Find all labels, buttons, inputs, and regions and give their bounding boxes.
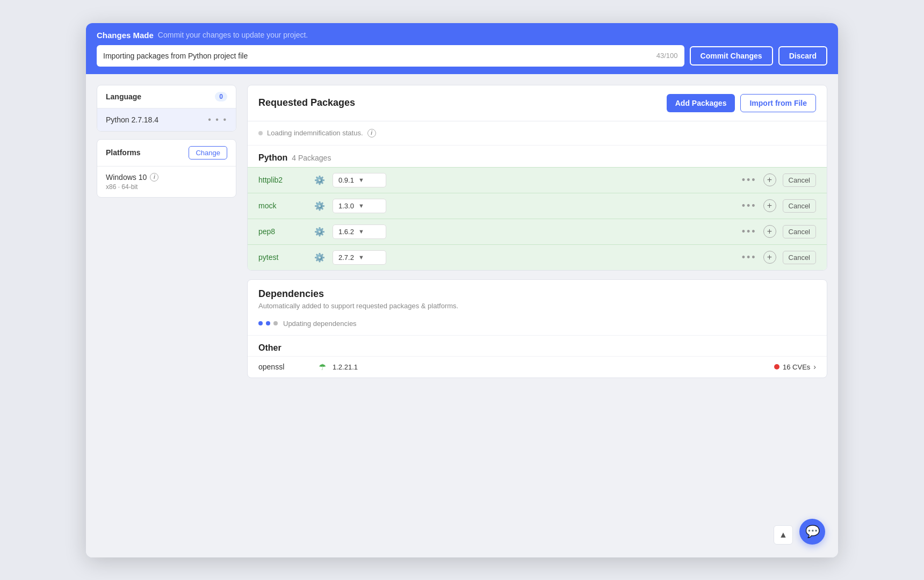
python-language-item[interactable]: Python 2.7.18.4 • • • [97,108,236,131]
loading-dot-2 [266,321,270,325]
package-add-btn-mock[interactable]: + [763,199,776,212]
version-dropdown-arrow-pep8: ▼ [358,228,364,235]
language-card-header: Language 0 [97,85,236,108]
package-cancel-btn-httplib2[interactable]: Cancel [783,173,816,187]
version-select-pytest[interactable]: 2.7.2 ▼ [333,250,386,265]
dep-pkg-icon-openssl: ☂ [319,362,326,372]
packages-list: httplib2 ⚙️ 0.9.1 ▼ ••• + Cancel mock ⚙ [248,167,827,270]
language-card: Language 0 Python 2.7.18.4 • • • [97,85,236,132]
version-dropdown-arrow-pytest: ▼ [358,254,364,260]
python-section-header: Python 4 Packages [248,146,827,167]
language-section-title: Language [106,92,141,101]
package-compat-icon-pytest: ⚙️ [313,252,326,263]
platforms-card: Platforms Change Windows 10 i x86 · 64-b… [97,139,236,198]
package-row: httplib2 ⚙️ 0.9.1 ▼ ••• + Cancel [248,167,827,193]
package-name-pytest: pytest [258,253,307,262]
version-value-httplib2: 0.9.1 [338,176,354,184]
package-name-httplib2: httplib2 [258,176,307,184]
packages-card-header: Requested Packages Add Packages Import f… [248,85,827,121]
package-row: pytest ⚙️ 2.7.2 ▼ ••• + Cancel [248,244,827,270]
import-from-file-button[interactable]: Import from File [740,94,816,112]
version-dropdown-arrow-httplib2: ▼ [358,177,364,183]
commit-input-wrapper: 43/100 [97,45,684,67]
packages-title: Requested Packages [258,97,355,108]
loading-dot-1 [258,321,263,325]
status-indicator-dot [258,131,263,135]
package-dots-pytest: ••• [742,252,757,263]
language-item-dots: • • • [208,115,227,125]
loading-dot-3 [273,321,278,325]
other-section: Other [248,335,827,356]
version-select-httplib2[interactable]: 0.9.1 ▼ [333,173,386,187]
chat-button[interactable]: 💬 [799,519,825,545]
dependencies-header: Dependencies Automatically added to supp… [248,280,827,312]
platform-name-text: Windows 10 [106,173,147,182]
version-value-pep8: 1.6.2 [338,228,354,236]
package-cancel-btn-pep8[interactable]: Cancel [783,225,816,238]
changes-banner: Changes Made Commit your changes to upda… [86,23,838,74]
indemnification-status-row: Loading indemnification status. i [248,121,827,146]
dep-pkg-name-openssl: openssl [258,363,312,371]
platforms-title: Platforms [106,148,141,157]
platform-sub-text: x86 · 64-bit [106,183,227,191]
language-badge: 0 [215,92,227,102]
change-platform-button[interactable]: Change [189,146,227,160]
dependencies-title: Dependencies [258,288,816,300]
package-compat-icon-mock: ⚙️ [313,201,326,211]
sidebar: Language 0 Python 2.7.18.4 • • • Platfor… [97,85,236,547]
package-dots-mock: ••• [742,200,757,212]
commit-changes-button[interactable]: Commit Changes [690,46,773,66]
platform-row: Windows 10 i x86 · 64-bit [97,166,236,197]
packages-header-buttons: Add Packages Import from File [667,94,816,112]
dependencies-loading-row: Updating dependencies [248,312,827,335]
add-packages-button[interactable]: Add Packages [667,94,735,112]
cve-count-text: 16 CVEs [783,363,810,371]
package-cancel-btn-pytest[interactable]: Cancel [783,251,816,264]
package-compat-icon-httplib2: ⚙️ [313,175,326,185]
dep-package-row-openssl: openssl ☂ 1.2.21.1 16 CVEs › [248,356,827,378]
language-item-name: Python 2.7.18.4 [106,115,158,124]
package-row: pep8 ⚙️ 1.6.2 ▼ ••• + Cancel [248,219,827,244]
package-row: mock ⚙️ 1.3.0 ▼ ••• + Cancel [248,193,827,219]
version-dropdown-arrow-mock: ▼ [358,202,364,209]
content-area: Requested Packages Add Packages Import f… [247,85,827,547]
main-layout: Language 0 Python 2.7.18.4 • • • Platfor… [86,74,838,557]
requested-packages-card: Requested Packages Add Packages Import f… [247,85,827,271]
dep-pkg-version-openssl: 1.2.21.1 [333,363,358,371]
cve-chevron-icon: › [813,363,816,371]
package-compat-icon-pep8: ⚙️ [313,227,326,237]
package-name-pep8: pep8 [258,227,307,236]
discard-button[interactable]: Discard [778,46,827,66]
package-add-btn-pep8[interactable]: + [763,225,776,238]
other-title: Other [258,343,816,353]
platforms-card-header: Platforms Change [97,140,236,166]
version-value-pytest: 2.7.2 [338,253,354,262]
package-dots-pep8: ••• [742,226,757,237]
status-info-icon[interactable]: i [367,129,376,137]
package-name-mock: mock [258,201,307,210]
version-value-mock: 1.3.0 [338,202,354,210]
package-cancel-btn-mock[interactable]: Cancel [783,199,816,213]
banner-subtitle: Commit your changes to update your proje… [158,31,308,39]
section-package-count: 4 Packages [292,154,331,162]
package-add-btn-httplib2[interactable]: + [763,173,776,186]
platform-name-row: Windows 10 i [106,173,227,182]
status-text: Loading indemnification status. [267,129,363,137]
loading-text: Updating dependencies [283,320,357,328]
cve-indicator-dot [774,364,779,369]
platform-info-icon[interactable]: i [150,173,158,182]
version-select-pep8[interactable]: 1.6.2 ▼ [333,224,386,239]
dependencies-subtitle: Automatically added to support requested… [258,302,816,310]
char-count: 43/100 [656,52,678,60]
cve-badge-openssl[interactable]: 16 CVEs › [774,363,816,371]
version-select-mock[interactable]: 1.3.0 ▼ [333,199,386,213]
section-language: Python [258,153,287,163]
commit-message-input[interactable] [103,52,656,60]
package-dots-httplib2: ••• [742,175,757,186]
dependencies-card: Dependencies Automatically added to supp… [247,279,827,378]
package-add-btn-pytest[interactable]: + [763,251,776,264]
banner-title: Changes Made [97,31,154,40]
scroll-to-top-button[interactable]: ▲ [774,525,793,545]
